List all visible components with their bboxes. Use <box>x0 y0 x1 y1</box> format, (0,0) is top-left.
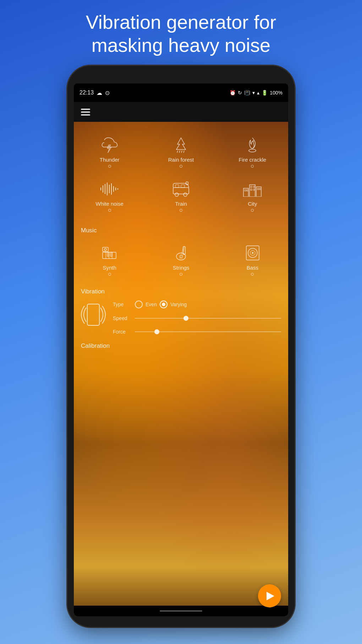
svg-line-2 <box>181 151 182 153</box>
svg-rect-24 <box>175 185 179 188</box>
nature-section: Thunder <box>74 125 288 221</box>
svg-rect-41 <box>103 247 108 251</box>
train-label: Train <box>175 201 187 207</box>
wifi-icon: ▾ <box>252 90 255 96</box>
menu-bar[interactable] <box>74 102 288 122</box>
battery-icon: 🔋 <box>262 90 268 96</box>
bass-dot <box>251 273 254 276</box>
svg-rect-32 <box>245 190 246 191</box>
vibration-content: Type Even Varying Speed <box>81 301 281 335</box>
content-inner: Thunder <box>74 122 288 380</box>
city-label: City <box>248 201 257 207</box>
force-track <box>135 331 281 332</box>
vibration-header: Vibration <box>81 288 281 295</box>
svg-point-26 <box>175 193 179 196</box>
bottom-bar <box>74 606 288 616</box>
fire-crackle-label: Fire crackle <box>239 157 267 163</box>
rain-forest-icon <box>170 136 192 154</box>
svg-rect-35 <box>253 186 254 188</box>
vibration-controls: Type Even Varying Speed <box>113 301 281 335</box>
svg-rect-40 <box>103 252 116 259</box>
thunder-icon <box>99 136 120 154</box>
sync-icon: ⊙ <box>105 90 110 96</box>
speed-thumb[interactable] <box>183 316 188 321</box>
svg-rect-23 <box>173 188 189 194</box>
strings-dot <box>180 273 182 276</box>
svg-line-1 <box>179 151 180 153</box>
battery-text: 100% <box>270 90 283 96</box>
menu-button[interactable] <box>81 109 90 115</box>
svg-point-4 <box>249 149 256 152</box>
radio-even[interactable] <box>135 301 143 308</box>
strings-icon <box>170 244 192 262</box>
svg-line-3 <box>183 151 184 153</box>
vibration-section: Vibration <box>74 285 288 339</box>
speed-track <box>135 318 281 319</box>
svg-rect-37 <box>253 189 254 190</box>
header-text: Vibration generator for masking heavy no… <box>0 7 362 60</box>
radio-even-label: Even <box>146 302 157 307</box>
header-line1: Vibration generator for <box>86 11 276 33</box>
sound-item-white-noise[interactable]: White noise <box>74 173 145 217</box>
cloud-icon: ☁ <box>97 90 102 96</box>
type-radio-group: Even Varying <box>135 301 187 308</box>
radio-varying[interactable] <box>160 301 168 308</box>
phone-frame: 22:13 ☁ ⊙ ⏰ ↻ 📳 ▾ ▴ 🔋 100% <box>67 66 295 627</box>
train-icon <box>170 180 192 198</box>
sound-item-rain-forest[interactable]: Rain forest <box>145 129 216 173</box>
svg-rect-34 <box>251 186 252 188</box>
thunder-label: Thunder <box>100 157 120 163</box>
music-section: Music <box>74 221 288 285</box>
svg-rect-38 <box>257 188 259 190</box>
svg-point-27 <box>183 193 187 196</box>
thunder-dot <box>108 165 111 168</box>
force-label: Force <box>113 329 131 335</box>
status-bar: 22:13 ☁ ⊙ ⏰ ↻ 📳 ▾ ▴ 🔋 100% <box>74 83 288 102</box>
header-line2: masking heavy noise <box>92 34 270 56</box>
vibrate-icon: 📳 <box>244 90 250 96</box>
phone-screen: 22:13 ☁ ⊙ ⏰ ↻ 📳 ▾ ▴ 🔋 100% <box>74 83 288 616</box>
alarm-icon: ⏰ <box>230 90 236 96</box>
speed-control-row: Speed <box>113 315 281 322</box>
calibration-label: Calibration <box>74 339 288 351</box>
sound-item-train[interactable]: Train <box>145 173 216 217</box>
synth-dot <box>108 273 111 276</box>
app-content: Thunder <box>74 122 288 616</box>
play-icon <box>267 592 274 600</box>
svg-point-49 <box>176 253 186 260</box>
status-left: 22:13 ☁ ⊙ <box>79 90 110 96</box>
force-slider[interactable] <box>135 328 281 335</box>
type-control-row: Type Even Varying <box>113 301 281 308</box>
home-indicator <box>160 610 202 612</box>
strings-label: Strings <box>173 265 190 271</box>
synth-icon <box>99 244 120 262</box>
svg-rect-47 <box>107 252 109 256</box>
signal-icon: ▴ <box>257 90 259 96</box>
svg-rect-48 <box>110 252 112 256</box>
fire-crackle-dot <box>251 165 254 168</box>
force-thumb[interactable] <box>154 329 159 334</box>
svg-rect-25 <box>181 185 185 188</box>
svg-rect-36 <box>251 189 252 190</box>
svg-point-57 <box>252 252 253 254</box>
sound-item-strings[interactable]: Strings <box>145 237 216 281</box>
sound-item-synth[interactable]: Synth <box>74 237 145 281</box>
sound-item-bass[interactable]: Bass <box>217 237 288 281</box>
white-noise-dot <box>108 209 111 212</box>
play-button[interactable] <box>258 584 281 607</box>
svg-rect-58 <box>87 304 99 325</box>
speed-slider[interactable] <box>135 315 281 322</box>
bass-label: Bass <box>247 265 258 271</box>
sound-item-fire-crackle[interactable]: Fire crackle <box>217 129 288 173</box>
train-dot <box>180 209 182 212</box>
white-noise-label: White noise <box>95 201 123 207</box>
svg-point-42 <box>104 248 106 250</box>
rain-forest-dot <box>180 165 182 168</box>
white-noise-icon <box>99 180 120 198</box>
sound-item-thunder[interactable]: Thunder <box>74 129 145 173</box>
sound-item-city[interactable]: City <box>217 173 288 217</box>
rain-forest-label: Rain forest <box>168 157 194 163</box>
bass-icon <box>242 244 263 262</box>
radio-varying-label: Varying <box>170 302 187 307</box>
fire-crackle-icon <box>242 136 263 154</box>
